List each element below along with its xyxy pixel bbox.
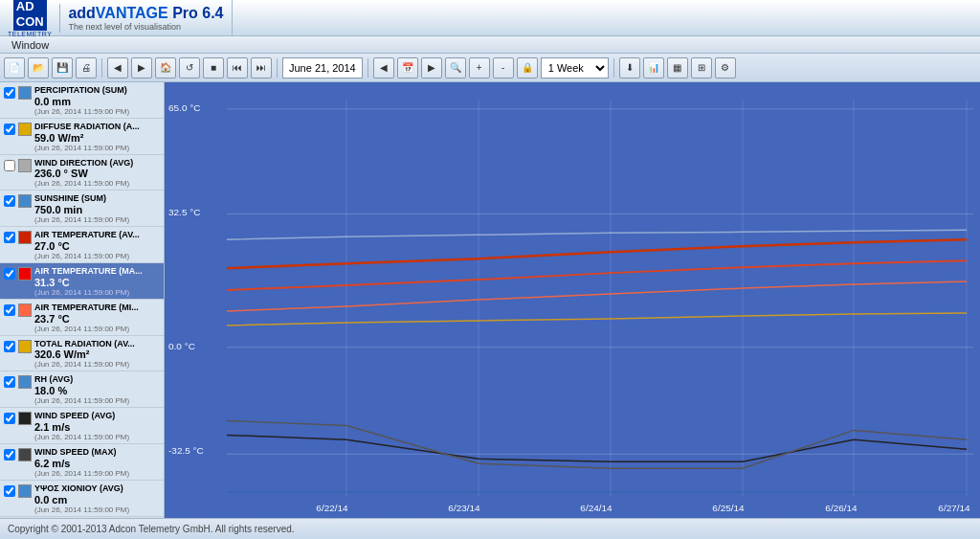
legend-panel: PERCIPITATION (SUM) 0.0 mm (Jun 26, 2014… xyxy=(0,82,165,518)
legend-date-5: (Jun 26, 2014 11:59:00 PM) xyxy=(34,252,160,260)
legend-name-4: SUNSHINE (SUM) xyxy=(34,193,160,204)
legend-checkbox-9[interactable] xyxy=(4,376,15,388)
legend-value-6: 31.3 °C xyxy=(34,277,160,288)
tb-fwd-btn[interactable]: ▶ xyxy=(131,57,152,79)
legend-text-1: PERCIPITATION (SUM) 0.0 mm (Jun 26, 2014… xyxy=(34,85,160,116)
legend-checkbox-10[interactable] xyxy=(4,413,15,424)
x-label-3: 6/24/14 xyxy=(580,503,612,513)
tb-open-btn[interactable]: 📂 xyxy=(28,57,49,79)
legend-value-4: 750.0 min xyxy=(34,204,160,215)
menu-window[interactable]: Window xyxy=(6,39,55,51)
tb-config-btn[interactable]: ⚙ xyxy=(715,57,736,79)
legend-checkbox-11[interactable] xyxy=(4,449,15,460)
legend-item-11[interactable]: WIND SPEED (MAX) 6.2 m/s (Jun 26, 2014 1… xyxy=(0,444,164,481)
legend-date-3: (Jun 26, 2014 11:59:00 PM) xyxy=(34,179,160,188)
footer-copyright: Copyright © 2001-2013 Adcon Telemetry Gm… xyxy=(8,524,295,534)
legend-item-1[interactable]: PERCIPITATION (SUM) 0.0 mm (Jun 26, 2014… xyxy=(0,82,164,119)
legend-text-6: AIR TEMPERATURE (MA... 31.3 °C (Jun 26, … xyxy=(34,266,160,297)
tb-new-btn[interactable]: 📄 xyxy=(4,57,25,79)
chart-area[interactable]: 65.0 °C 32.5 °C 0.0 °C -32.5 °C xyxy=(165,82,980,518)
legend-name-2: DIFFUSE RADIATION (A... xyxy=(34,122,160,132)
legend-date-6: (Jun 26, 2014 11:59:00 PM) xyxy=(34,288,160,297)
legend-checkbox-6[interactable] xyxy=(4,268,15,280)
tb-chart-btn[interactable]: 📊 xyxy=(643,57,664,79)
x-label-1: 6/22/14 xyxy=(316,503,348,513)
tb-save-btn[interactable]: 💾 xyxy=(52,57,73,79)
legend-date-12: (Jun 26, 2014 11:59:00 PM) xyxy=(34,505,160,514)
legend-checkbox-8[interactable] xyxy=(4,341,15,352)
legend-date-10: (Jun 26, 2014 11:59:00 PM) xyxy=(34,433,160,441)
x-label-2: 6/23/14 xyxy=(448,503,480,513)
tb-zoomin-btn[interactable]: + xyxy=(469,57,490,79)
legend-value-7: 23.7 °C xyxy=(34,313,160,325)
tb-split-btn[interactable]: ⊞ xyxy=(691,57,712,79)
footer: Copyright © 2001-2013 Adcon Telemetry Gm… xyxy=(0,518,980,539)
legend-value-11: 6.2 m/s xyxy=(34,458,160,469)
legend-value-10: 2.1 m/s xyxy=(34,421,160,433)
tb-nav1-btn[interactable]: ⏮ xyxy=(227,57,248,79)
legend-checkbox-7[interactable] xyxy=(4,304,15,316)
legend-name-3: WIND DIRECTION (AVG) xyxy=(34,158,160,168)
legend-item-12[interactable]: ΥΨΟΣ ΧΙΟΝΙΟΥ (AVG) 0.0 cm (Jun 26, 2014 … xyxy=(0,481,164,517)
tb-date-display: June 21, 2014 xyxy=(282,57,363,79)
legend-checkbox-5[interactable] xyxy=(4,232,15,243)
legend-item-3[interactable]: WIND DIRECTION (AVG) 236.0 ° SW (Jun 26,… xyxy=(0,155,164,191)
tb-print-btn[interactable]: 🖨 xyxy=(76,57,97,79)
tb-date-back-btn[interactable]: ◀ xyxy=(373,57,394,79)
period-select[interactable]: 1 Week 1 Day 2 Weeks 1 Month xyxy=(541,57,609,79)
legend-item-5[interactable]: AIR TEMPERATURE (AV... 27.0 °C (Jun 26, … xyxy=(0,227,164,263)
tb-stop-btn[interactable]: ■ xyxy=(203,57,224,79)
legend-date-4: (Jun 26, 2014 11:59:00 PM) xyxy=(34,215,160,224)
legend-checkbox-2[interactable] xyxy=(4,124,15,135)
legend-item-7[interactable]: AIR TEMPERATURE (MI... 23.7 °C (Jun 26, … xyxy=(0,300,164,336)
tb-calendar-btn[interactable]: 📅 xyxy=(397,57,418,79)
y-label-3: 0.0 °C xyxy=(168,341,195,351)
legend-item-6[interactable]: AIR TEMPERATURE (MA... 31.3 °C (Jun 26, … xyxy=(0,263,164,300)
legend-name-5: AIR TEMPERATURE (AV... xyxy=(34,230,160,240)
legend-color-swatch-10 xyxy=(18,412,32,425)
x-label-5: 6/26/14 xyxy=(825,503,858,513)
tb-zoomout-btn[interactable]: - xyxy=(493,57,514,79)
legend-date-7: (Jun 26, 2014 11:59:00 PM) xyxy=(34,325,160,333)
legend-checkbox-12[interactable] xyxy=(4,485,15,497)
legend-text-3: WIND DIRECTION (AVG) 236.0 ° SW (Jun 26,… xyxy=(34,158,160,189)
legend-item-9[interactable]: RH (AVG) 18.0 % (Jun 26, 2014 11:59:00 P… xyxy=(0,371,164,408)
legend-text-10: WIND SPEED (AVG) 2.1 m/s (Jun 26, 2014 1… xyxy=(34,411,160,441)
legend-name-9: RH (AVG) xyxy=(34,374,160,385)
legend-color-swatch-12 xyxy=(18,484,32,498)
legend-text-12: ΥΨΟΣ ΧΙΟΝΙΟΥ (AVG) 0.0 cm (Jun 26, 2014 … xyxy=(34,483,160,514)
legend-item-4[interactable]: SUNSHINE (SUM) 750.0 min (Jun 26, 2014 1… xyxy=(0,191,164,227)
tb-separator-1 xyxy=(101,58,102,78)
legend-color-swatch-8 xyxy=(18,340,32,353)
legend-value-1: 0.0 mm xyxy=(34,96,160,107)
app-logo: ADCON TELEMETRY addVANTAGE Pro 6.4 The n… xyxy=(0,0,233,35)
legend-color-swatch-3 xyxy=(18,159,32,172)
tb-separator-2 xyxy=(277,58,278,78)
legend-date-9: (Jun 26, 2014 11:59:00 PM) xyxy=(34,396,160,405)
legend-color-swatch-7 xyxy=(18,303,32,317)
tb-zoom-btn[interactable]: 🔍 xyxy=(445,57,466,79)
logo-add: add xyxy=(68,5,95,21)
tb-nav2-btn[interactable]: ⏭ xyxy=(251,57,272,79)
tb-export-btn[interactable]: ⬇ xyxy=(619,57,640,79)
line-rh xyxy=(227,230,967,239)
logo-subtitle: The next level of visualisation xyxy=(68,22,223,32)
legend-value-2: 59.0 W/m² xyxy=(34,132,160,144)
legend-name-6: AIR TEMPERATURE (MA... xyxy=(34,266,160,277)
legend-date-2: (Jun 26, 2014 11:59:00 PM) xyxy=(34,144,160,152)
tb-table-btn[interactable]: ▦ xyxy=(667,57,688,79)
tb-lock-btn[interactable]: 🔒 xyxy=(517,57,538,79)
tb-back-btn[interactable]: ◀ xyxy=(107,57,128,79)
legend-color-swatch-5 xyxy=(18,231,32,244)
tb-date-fwd-btn[interactable]: ▶ xyxy=(421,57,442,79)
legend-color-swatch-1 xyxy=(18,86,32,100)
legend-checkbox-1[interactable] xyxy=(4,87,15,99)
legend-checkbox-4[interactable] xyxy=(4,195,15,207)
legend-item-10[interactable]: WIND SPEED (AVG) 2.1 m/s (Jun 26, 2014 1… xyxy=(0,408,164,444)
legend-item-2[interactable]: DIFFUSE RADIATION (A... 59.0 W/m² (Jun 2… xyxy=(0,119,164,155)
legend-checkbox-3[interactable] xyxy=(4,160,15,171)
legend-text-7: AIR TEMPERATURE (MI... 23.7 °C (Jun 26, … xyxy=(34,303,160,333)
tb-home-btn[interactable]: 🏠 xyxy=(155,57,176,79)
tb-refresh-btn[interactable]: ↺ xyxy=(179,57,200,79)
legend-item-8[interactable]: TOTAL RADIATION (AV... 320.6 W/m² (Jun 2… xyxy=(0,336,164,372)
